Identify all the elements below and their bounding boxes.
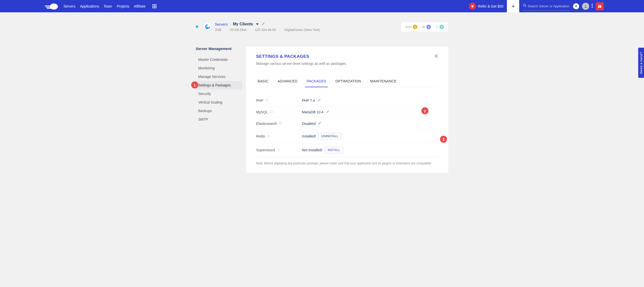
package-row-php: PHP ⓘ PHP 7.4	[256, 95, 438, 106]
info-icon[interactable]: ⓘ	[270, 110, 273, 114]
gift-icon[interactable]	[596, 2, 604, 10]
folder-icon	[422, 25, 425, 29]
panel-title: SETTINGS & PACKAGES	[256, 54, 309, 59]
info-icon[interactable]: ⓘ	[277, 148, 280, 152]
primary-nav: Servers Applications Team Projects Affil…	[63, 4, 145, 8]
package-value: Disabled	[302, 122, 315, 126]
edit-icon[interactable]	[326, 110, 330, 114]
info-icon[interactable]: ⓘ	[267, 134, 270, 138]
svg-rect-20	[599, 5, 600, 8]
svg-point-15	[592, 4, 593, 5]
svg-rect-8	[154, 6, 155, 7]
info-icon[interactable]: ⓘ	[265, 98, 268, 103]
badge-www-label: www	[405, 25, 412, 29]
breadcrumb: Servers › My Clients 2GB 50 GB Disk 137.…	[215, 22, 320, 32]
annotation-1: 1	[191, 81, 198, 88]
svg-rect-10	[152, 7, 153, 8]
svg-point-24	[436, 26, 437, 27]
svg-text:?: ?	[435, 55, 437, 57]
install-button[interactable]: INSTALL	[325, 147, 343, 153]
badge-team[interactable]: 2	[435, 25, 444, 29]
svg-point-16	[592, 5, 593, 6]
sidebar-item-monitoring[interactable]: Monitoring	[196, 64, 242, 72]
search-icon	[523, 4, 527, 9]
nav-projects[interactable]: Projects	[117, 4, 130, 8]
package-label: MySQL	[256, 110, 268, 114]
package-value: PHP 7.4	[302, 99, 315, 103]
page-content: Servers › My Clients 2GB 50 GB Disk 137.…	[196, 22, 448, 173]
person-icon	[435, 25, 438, 29]
panel-subtitle: Manage various server-level settings as …	[256, 62, 438, 66]
svg-rect-3	[47, 8, 51, 9]
tabs: BASIC ADVANCED PACKAGES OPTIMIZATION MAI…	[256, 77, 438, 87]
package-label: PHP	[256, 99, 263, 103]
search-input[interactable]	[528, 4, 570, 8]
help-icon[interactable]: ?	[434, 54, 438, 59]
svg-point-14	[585, 5, 586, 6]
apps-grid-icon[interactable]	[152, 4, 156, 8]
spec-disk: 50 GB Disk	[230, 28, 247, 32]
badge-projects-count: 1	[426, 25, 431, 29]
badge-apps[interactable]: www 5	[405, 25, 417, 29]
tab-optimization[interactable]: OPTIMIZATION	[334, 77, 363, 87]
breadcrumb-servers[interactable]: Servers	[215, 22, 228, 26]
sidebar-item-security[interactable]: Security	[196, 89, 242, 98]
status-dot-icon	[196, 25, 198, 28]
heart-icon	[469, 3, 476, 10]
sidebar-item-settings-packages[interactable]: 1 Settings & Packages	[196, 81, 242, 89]
user-avatar[interactable]	[582, 3, 589, 10]
main-panel: 2 3 SETTINGS & PACKAGES ? Manage various…	[246, 46, 448, 173]
svg-point-0	[50, 4, 58, 10]
package-row-elasticsearch: Elasticsearch ⓘ Disabled	[256, 118, 438, 129]
edit-icon[interactable]	[317, 98, 321, 103]
spec-ram: 2GB	[215, 28, 221, 32]
svg-rect-12	[155, 7, 156, 8]
edit-icon[interactable]	[318, 121, 321, 126]
package-value: MariaDB 10.4	[302, 110, 324, 114]
nav-servers[interactable]: Servers	[63, 4, 75, 8]
tab-advanced[interactable]: ADVANCED	[276, 77, 299, 87]
svg-rect-7	[152, 6, 153, 7]
caret-down-icon[interactable]	[256, 23, 259, 25]
svg-rect-6	[155, 4, 156, 5]
package-row-mysql: MySQL ⓘ MariaDB 10.4	[256, 106, 438, 118]
add-button[interactable]	[507, 0, 519, 12]
packages-list: PHP ⓘ PHP 7.4 MySQL ⓘ	[256, 95, 438, 157]
tab-basic[interactable]: BASIC	[256, 77, 270, 87]
tab-packages[interactable]: PACKAGES	[305, 77, 328, 87]
sidebar-item-backups[interactable]: Backups	[196, 107, 242, 115]
svg-rect-5	[154, 4, 155, 5]
need-a-hand-tab[interactable]: Need a hand?	[638, 48, 644, 78]
more-menu-icon[interactable]	[592, 4, 593, 9]
svg-rect-22	[206, 28, 207, 29]
nav-team[interactable]: Team	[104, 4, 112, 8]
nav-affiliate[interactable]: Affiliate	[134, 4, 146, 8]
package-row-supervisord: Supervisord ⓘ Not Installed! INSTALL	[256, 143, 438, 157]
tab-maintenance[interactable]: MAINTENANCE	[369, 77, 398, 87]
notification-count[interactable]: 0	[573, 3, 579, 9]
refer-link[interactable]: Refer & Get $50	[465, 3, 507, 10]
svg-rect-23	[206, 27, 206, 28]
svg-rect-4	[152, 4, 153, 5]
nav-applications[interactable]: Applications	[80, 4, 99, 8]
server-specs: 2GB 50 GB Disk 137.184.98.65 DigitalOcea…	[215, 28, 320, 32]
sidebar-title: Server Management	[196, 46, 242, 51]
refer-label: Refer & Get $50	[478, 4, 503, 8]
badge-projects[interactable]: 1	[422, 25, 431, 29]
svg-rect-2	[46, 7, 50, 8]
info-icon[interactable]: ⓘ	[279, 121, 282, 126]
edit-server-name-icon[interactable]	[262, 22, 265, 26]
package-label: Redis	[256, 134, 265, 138]
sidebar-item-manage-services[interactable]: Manage Services	[196, 72, 242, 81]
header-badges: www 5 1 2	[401, 22, 448, 32]
sidebar-item-vertical-scaling[interactable]: Vertical Scaling	[196, 98, 242, 107]
topbar-right: Refer & Get $50 0	[465, 0, 644, 12]
uninstall-button[interactable]: UNINSTALL	[318, 133, 341, 139]
badge-www-count: 5	[413, 25, 417, 29]
sidebar-item-smtp[interactable]: SMTP	[196, 115, 242, 124]
chevron-right-icon: ›	[230, 22, 231, 26]
sidebar: Server Management Master Credentials Mon…	[196, 46, 242, 173]
sidebar-item-master-credentials[interactable]: Master Credentials	[196, 55, 242, 64]
logo-icon[interactable]	[45, 3, 58, 10]
annotation-3: 3	[440, 136, 447, 143]
